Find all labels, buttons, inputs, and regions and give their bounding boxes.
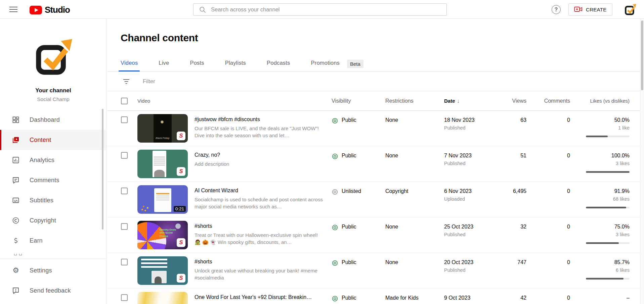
sidebar-item-subtitles[interactable]: Subtitles xyxy=(0,190,106,210)
likes-ratio-bar xyxy=(586,242,630,244)
comments-value: 0 xyxy=(526,289,570,301)
sidebar-item-dashboard[interactable]: Dashboard xyxy=(0,110,106,130)
table-row: Black Friday #justwow #bfcm #discounts O… xyxy=(107,111,644,146)
row-checkbox[interactable] xyxy=(121,116,128,123)
scrollbar-thumb[interactable] xyxy=(641,20,643,90)
content-icon xyxy=(11,136,20,144)
tab-podcasts[interactable]: Podcasts xyxy=(267,60,290,71)
column-restrictions[interactable]: Restrictions xyxy=(385,98,444,104)
video-thumbnail[interactable]: Spooky Deals with Social Champ xyxy=(137,221,188,249)
sidebar-item-copyright[interactable]: Copyright xyxy=(0,210,106,231)
sidebar-footer: ⚙ Settings Send feedback xyxy=(0,260,106,301)
likes-percent: – xyxy=(570,295,630,301)
create-button[interactable]: CREATE xyxy=(568,3,612,16)
socialchamp-badge-icon xyxy=(177,132,185,140)
column-video[interactable]: Video xyxy=(137,98,332,104)
sidebar-item-analytics[interactable]: Analytics xyxy=(0,150,106,170)
comments-value: 0 xyxy=(526,146,570,159)
column-views[interactable]: Views xyxy=(498,98,526,104)
video-thumbnail[interactable]: 0:21 xyxy=(137,185,188,214)
column-visibility[interactable]: Visibility xyxy=(332,98,385,104)
video-title[interactable]: #shorts xyxy=(195,223,325,229)
create-video-icon xyxy=(574,6,583,13)
column-likes[interactable]: Likes (vs dislikes) xyxy=(570,98,630,104)
sidebar-scrollbar[interactable] xyxy=(102,109,103,230)
tab-live[interactable]: Live xyxy=(159,60,169,71)
search-input[interactable] xyxy=(211,6,446,13)
row-checkbox[interactable] xyxy=(121,294,128,301)
table-row: #shorts Unlock great value without break… xyxy=(107,253,644,289)
likes-ratio-bar xyxy=(586,171,630,173)
video-title[interactable]: #shorts xyxy=(195,259,325,265)
row-checkbox[interactable] xyxy=(121,188,128,194)
restrictions-value: None xyxy=(385,111,444,123)
video-description[interactable]: Our BFCM sale is LIVE, and the deals are… xyxy=(195,125,325,139)
thumbnail-art xyxy=(155,276,162,284)
sidebar-item-content[interactable]: Content xyxy=(0,130,106,150)
thumbnail-caption: Spooky Deals with Social Champ xyxy=(160,228,179,238)
channel-avatar[interactable] xyxy=(34,38,73,77)
video-thumbnail[interactable]: Black Friday xyxy=(137,114,188,143)
video-description[interactable]: Unlock great value without breaking your… xyxy=(195,267,325,282)
tab-posts[interactable]: Posts xyxy=(190,60,204,71)
help-icon[interactable]: ? xyxy=(552,5,561,14)
thumbnail-art xyxy=(154,170,165,177)
subtitles-icon xyxy=(11,196,20,204)
sidebar-menu: Dashboard Content Analytics xyxy=(0,110,106,251)
video-title[interactable]: Crazy, no? xyxy=(195,152,325,158)
sidebar-item-label: Earn xyxy=(30,237,43,244)
sidebar-item-send-feedback[interactable]: Send feedback xyxy=(0,281,106,301)
video-description[interactable]: Socialchamp is used to schedule and post… xyxy=(195,196,325,210)
likes-count: 6 likes xyxy=(570,267,630,273)
duration-badge: 0:21 xyxy=(174,206,186,212)
video-thumbnail[interactable] xyxy=(137,150,188,178)
date-value: 7 Nov 2023 xyxy=(444,153,498,159)
video-title[interactable]: One Word For Last Year's +92 Disrupt: Br… xyxy=(195,294,325,300)
restrictions-value: None xyxy=(385,146,444,159)
visibility-label: Public xyxy=(342,295,356,301)
row-checkbox[interactable] xyxy=(121,223,128,230)
tab-promotions[interactable]: Promotions xyxy=(311,60,340,71)
brand-name: Studio xyxy=(45,5,70,15)
select-all-checkbox[interactable] xyxy=(121,98,128,104)
sidebar-divider xyxy=(0,259,106,259)
search-icon xyxy=(199,6,206,13)
row-checkbox[interactable] xyxy=(121,259,128,265)
filter-bar xyxy=(107,72,644,91)
tab-videos[interactable]: Videos xyxy=(121,60,138,71)
views-value: 42 xyxy=(498,289,526,301)
video-thumbnail[interactable] xyxy=(137,292,188,304)
account-avatar[interactable] xyxy=(624,4,636,16)
visibility-label: Public xyxy=(342,224,356,230)
restrictions-value: None xyxy=(385,217,444,230)
visibility-public-icon xyxy=(332,295,338,302)
date-status: Published xyxy=(444,125,498,131)
sidebar-item-comments[interactable]: Comments xyxy=(0,170,106,190)
video-description[interactable]: Add description xyxy=(195,160,325,167)
sidebar-item-settings[interactable]: ⚙ Settings xyxy=(0,260,106,281)
column-comments[interactable]: Comments xyxy=(526,98,570,104)
column-date[interactable]: Date↓ xyxy=(444,98,498,104)
socialchamp-avatar-icon xyxy=(624,4,636,16)
likes-percent: 100.0% xyxy=(570,153,630,159)
sidebar-item-earn[interactable]: Earn xyxy=(0,231,106,251)
vertical-scrollbar[interactable] xyxy=(640,19,644,304)
youtube-studio-logo[interactable]: Studio xyxy=(30,5,70,15)
video-description[interactable]: Treat or Treat with our Halloween-exclus… xyxy=(195,232,325,246)
video-thumbnail[interactable] xyxy=(137,256,188,285)
sidebar-item-label: Analytics xyxy=(30,157,54,164)
hamburger-menu-icon[interactable] xyxy=(9,7,17,12)
likes-percent: 91.9% xyxy=(570,188,630,194)
socialchamp-badge-icon xyxy=(177,274,185,283)
visibility-label: Unlisted xyxy=(342,188,361,194)
visibility-label: Public xyxy=(342,117,356,123)
date-status: Published xyxy=(444,267,498,273)
video-title[interactable]: #justwow #bfcm #discounts xyxy=(195,116,325,122)
sidebar-item-label: Subtitles xyxy=(30,197,53,204)
video-title[interactable]: AI Content Wizard xyxy=(195,188,325,194)
filter-input[interactable] xyxy=(143,78,284,85)
tab-playlists[interactable]: Playlists xyxy=(225,60,246,71)
video-list: Black Friday #justwow #bfcm #discounts O… xyxy=(107,111,644,304)
row-checkbox[interactable] xyxy=(121,152,128,159)
visibility-label: Public xyxy=(342,153,356,159)
